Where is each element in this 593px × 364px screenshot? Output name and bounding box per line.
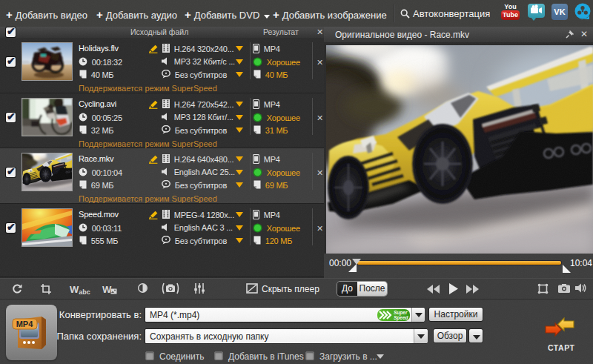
svg-text:MP4: MP4 (16, 320, 34, 328)
